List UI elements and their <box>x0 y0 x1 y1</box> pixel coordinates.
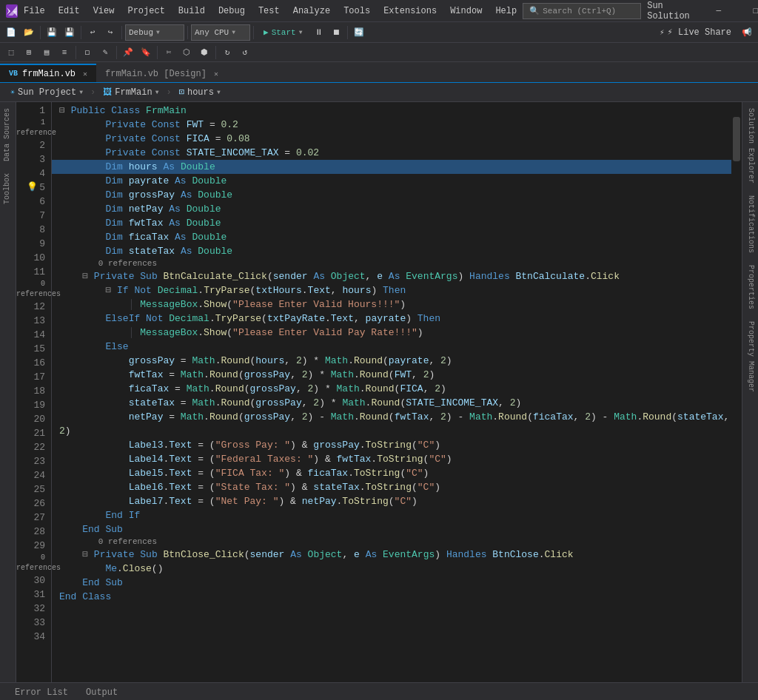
prop-arrow: ▼ <box>217 89 221 95</box>
live-share-button[interactable]: ⚡ ⚡ Live Share <box>654 24 737 41</box>
code-line-7: Dim grossPay As Double <box>59 188 731 202</box>
code-line-30: ⊟ Private Sub BtnClose_Click(sender As O… <box>59 548 731 562</box>
sidebar-notifications[interactable]: Notifications <box>742 189 758 259</box>
code-lines[interactable]: ⊟ Public Class FrmMain Private Const FWT… <box>52 102 731 682</box>
code-line-12: ⊟ Private Sub BtnCalculate_Click(sender … <box>59 269 731 283</box>
menu-window[interactable]: Window <box>444 3 488 19</box>
minimize-button[interactable]: ─ <box>702 0 736 22</box>
project-bar: ☀ Sun Project ▼ › 🖼 FrmMain ▼ › ⊡ hours … <box>0 83 758 102</box>
restore-button[interactable]: □ <box>739 0 758 22</box>
menu-test[interactable]: Test <box>252 3 286 19</box>
search-box[interactable]: 🔍 Search (Ctrl+Q) <box>523 3 641 19</box>
ln9: 9 <box>16 237 45 251</box>
toolbar-2: ⬚ ⊞ ▤ ≡ ◻ ✎ 📌 🔖 ✄ ⬡ ⬢ ↻ ↺ <box>0 43 758 62</box>
sep-6 <box>347 26 348 39</box>
menu-debug[interactable]: Debug <box>212 3 251 19</box>
tb2-btn10[interactable]: ⬡ <box>178 44 195 61</box>
menu-view[interactable]: View <box>87 3 121 19</box>
pause-btn[interactable]: ⏸ <box>310 24 326 41</box>
code-line-23: Label3.Text = ("Gross Pay: ") & grossPay… <box>59 438 731 452</box>
ln3: 3 <box>16 152 45 166</box>
form-dropdown[interactable]: 🖼 FrmMain ▼ <box>98 85 163 99</box>
ln-ref3: 0 references <box>16 553 45 573</box>
tb2-btn6[interactable]: ✎ <box>97 44 113 61</box>
sidebar-property-manager[interactable]: Property Manager <box>742 315 758 398</box>
sep-2 <box>81 26 81 39</box>
sidebar-solution-explorer[interactable]: Solution Explorer <box>742 102 758 189</box>
code-line-10: Dim ficaTax As Double <box>59 230 731 244</box>
collapse-30[interactable]: ⊟ <box>82 549 94 560</box>
tb2-btn8[interactable]: 🔖 <box>138 44 154 61</box>
tb2-btn9[interactable]: ✄ <box>161 44 177 61</box>
ln31: 31 <box>16 588 45 602</box>
tb2-btn7[interactable]: 📌 <box>120 44 136 61</box>
feedback-btn[interactable]: 📢 <box>739 24 755 41</box>
ln29: 29 <box>16 539 45 553</box>
code-line-1: ⊟ Public Class FrmMain <box>59 104 731 118</box>
tb2-btn2[interactable]: ⊞ <box>21 44 37 61</box>
tb2-btn13[interactable]: ↺ <box>237 44 253 61</box>
platform-arrow: ▼ <box>232 29 235 36</box>
ln5: 5 <box>39 181 45 195</box>
project-dropdown[interactable]: ☀ Sun Project ▼ <box>6 86 87 99</box>
scroll-thumb[interactable] <box>733 117 740 161</box>
menu-analyze[interactable]: Analyze <box>287 3 336 19</box>
tab-error-list[interactable]: Error List <box>6 684 77 701</box>
collapse-1[interactable]: ⊟ <box>59 105 71 116</box>
tb2-btn12[interactable]: ↻ <box>219 44 235 61</box>
right-sidebar: Solution Explorer Notifications Properti… <box>742 102 758 682</box>
collapse-13[interactable]: ⊟ <box>105 285 117 296</box>
menu-build[interactable]: Build <box>172 3 211 19</box>
collapse-12[interactable]: ⊟ <box>82 271 94 282</box>
tab-frmmain-vb[interactable]: VB frmMain.vb ✕ <box>0 64 96 82</box>
debug-config-dropdown[interactable]: Debug ▼ <box>125 24 184 41</box>
menu-file[interactable]: File <box>18 3 51 19</box>
tb2-btn5[interactable]: ◻ <box>79 44 95 61</box>
code-line-4: Private Const STATE_INCOME_TAX = 0.02 <box>59 146 731 160</box>
tab-output[interactable]: Output <box>77 684 127 701</box>
open-btn[interactable]: 📂 <box>21 24 37 41</box>
window-title: Sun Solution <box>647 1 690 21</box>
ln14: 14 <box>16 328 45 342</box>
menu-project[interactable]: Project <box>121 3 170 19</box>
tab-frmmain-close[interactable]: ✕ <box>83 70 87 78</box>
menu-extensions[interactable]: Extensions <box>378 3 443 19</box>
tb2-btn11[interactable]: ⬢ <box>196 44 212 61</box>
property-dropdown[interactable]: ⊡ hours ▼ <box>175 85 225 99</box>
sidebar-toolbox[interactable]: Toolbox <box>0 167 16 210</box>
code-line-21: stateTax = Math.Round(grossPay, 2) * Mat… <box>59 396 731 410</box>
menu-tools[interactable]: Tools <box>338 3 376 19</box>
code-line-22: netPay = Math.Round(grossPay, 2) - Math.… <box>59 410 731 438</box>
tb2-btn3[interactable]: ▤ <box>38 44 55 61</box>
ln22: 22 <box>16 440 45 454</box>
refresh-btn[interactable]: 🔄 <box>351 24 367 41</box>
menu-help[interactable]: Help <box>489 3 523 19</box>
redo-btn[interactable]: ↪ <box>102 24 118 41</box>
tab-frmmain-label: frmMain.vb <box>22 69 76 79</box>
proj-sep: › <box>90 87 95 98</box>
undo-btn[interactable]: ↩ <box>84 24 101 41</box>
code-line-17: Else <box>59 340 731 354</box>
tab-design-close[interactable]: ✕ <box>214 70 218 78</box>
ln28: 28 <box>16 525 45 539</box>
property-name: hours <box>187 87 214 98</box>
code-editor[interactable]: 1 1 reference 2 3 4 💡 5 6 7 8 9 10 11 0 … <box>16 102 742 682</box>
sidebar-properties[interactable]: Properties <box>742 259 758 315</box>
code-line-26: Label6.Text = ("State Tax: ") & stateTax… <box>59 480 731 494</box>
save-all-btn[interactable]: 💾 <box>61 24 78 41</box>
sidebar-data-sources[interactable]: Data Sources <box>0 102 16 167</box>
platform-dropdown[interactable]: Any CPU ▼ <box>191 24 250 41</box>
start-button[interactable]: ▶ Start ▼ <box>257 24 309 41</box>
new-project-btn[interactable]: 📄 <box>3 24 19 41</box>
stop-btn[interactable]: ⏹ <box>328 24 344 41</box>
tab-frmmain-design[interactable]: frmMain.vb [Design] ✕ <box>96 64 227 82</box>
code-line-13: ⊟ If Not Decimal.TryParse(txtHours.Text,… <box>59 283 731 297</box>
vertical-scrollbar[interactable] <box>731 102 742 682</box>
code-line-2: Private Const FWT = 0.2 <box>59 118 731 132</box>
code-line-32: End Sub <box>59 576 731 590</box>
tb2-btn1[interactable]: ⬚ <box>3 44 19 61</box>
tb2-btn4[interactable]: ≡ <box>56 44 73 61</box>
sep-3 <box>121 26 122 39</box>
save-btn[interactable]: 💾 <box>44 24 60 41</box>
menu-edit[interactable]: Edit <box>53 3 86 19</box>
